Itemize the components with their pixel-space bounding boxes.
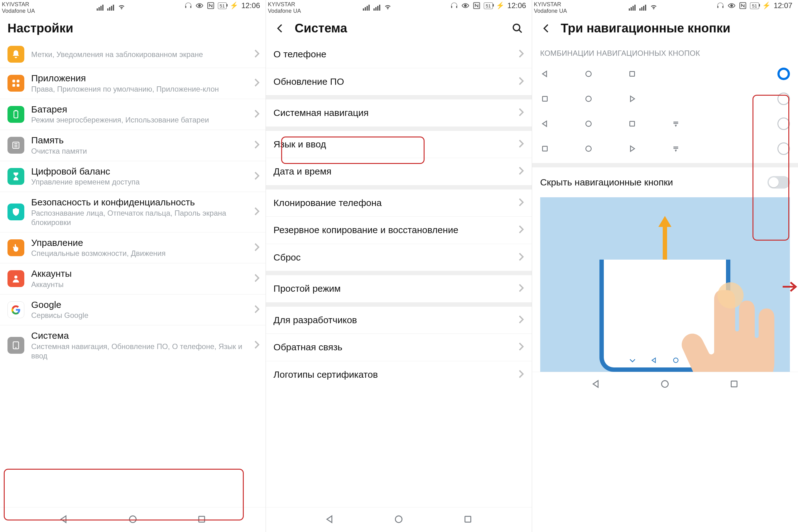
nav-combo-option[interactable]: [532, 86, 798, 111]
settings-row-notifications[interactable]: Метки, Уведомления на заблокированном эк…: [0, 41, 266, 68]
battery-icon: 51: [218, 2, 227, 9]
chevron-right-icon: [254, 140, 260, 150]
system-icon: [7, 337, 24, 354]
row-title: Цифровой баланс: [31, 166, 254, 177]
carrier-2: Vodafone UA: [2, 8, 35, 14]
chevron-right-icon: [254, 243, 260, 253]
system-row[interactable]: Системная навигация: [266, 99, 531, 127]
highlight-arrow: [782, 281, 798, 294]
system-nav-bar: [532, 372, 798, 397]
radio-button[interactable]: [777, 117, 790, 130]
radio-button[interactable]: [777, 142, 790, 155]
svg-rect-5: [13, 80, 15, 82]
nav-combo-option[interactable]: [532, 136, 798, 161]
nav-combo-option[interactable]: [532, 61, 798, 86]
wifi-icon: [384, 3, 392, 11]
chevron-right-icon: [518, 77, 524, 87]
search-button[interactable]: [511, 21, 524, 35]
system-row[interactable]: Для разработчиков: [266, 307, 531, 334]
row-title: Обратная связь: [273, 342, 518, 353]
nav-recent-icon[interactable]: [463, 514, 473, 526]
svg-point-3: [198, 4, 201, 7]
settings-row-accounts[interactable]: АккаунтыАккаунты: [0, 263, 266, 294]
gesture-illustration: [540, 197, 790, 372]
nav-back-icon[interactable]: [59, 514, 69, 526]
eye-icon: [195, 2, 204, 10]
battery-icon: 51: [750, 2, 759, 9]
hide-nav-toggle-row[interactable]: Скрыть навигационные кнопки: [532, 167, 798, 197]
settings-row-storage[interactable]: ПамятьОчистка памяти: [0, 130, 266, 161]
nav-combo-option[interactable]: [532, 111, 798, 136]
settings-row-battery[interactable]: БатареяРежим энергосбережения, Использов…: [0, 99, 266, 130]
toggle-switch[interactable]: [767, 176, 790, 189]
system-row[interactable]: Логотипы сертификатов: [266, 361, 531, 388]
nav-home-icon: [584, 119, 593, 128]
system-row[interactable]: Сброс: [266, 244, 531, 271]
system-row[interactable]: Обратная связь: [266, 334, 531, 361]
row-title: Google: [31, 300, 254, 310]
nav-home-icon[interactable]: [128, 514, 138, 526]
charging-icon: ⚡: [762, 2, 771, 10]
row-title: О телефоне: [273, 49, 518, 60]
row-title: Логотипы сертификатов: [273, 369, 518, 380]
system-row[interactable]: Дата и время: [266, 158, 531, 185]
back-button[interactable]: [273, 21, 287, 35]
nav-recent-icon[interactable]: [197, 514, 207, 526]
row-subtitle: Специальные возможности, Движения: [31, 249, 254, 258]
row-subtitle: Очистка памяти: [31, 147, 254, 156]
system-row[interactable]: Язык и ввод: [266, 131, 531, 158]
row-title: Память: [31, 135, 254, 146]
settings-row-accessibility[interactable]: УправлениеСпециальные возможности, Движе…: [0, 232, 266, 264]
system-row[interactable]: О телефоне: [266, 41, 531, 68]
chevron-right-icon: [518, 315, 524, 325]
chevron-right-icon: [254, 171, 260, 182]
nav-recent-icon[interactable]: [729, 379, 739, 390]
nav-back-icon[interactable]: [591, 379, 601, 390]
settings-row-apps[interactable]: ПриложенияПрава, Приложения по умолчанию…: [0, 68, 266, 99]
settings-row-digital-balance[interactable]: Цифровой балансУправление временем досту…: [0, 161, 266, 192]
bell-icon: [7, 46, 24, 63]
row-subtitle: Режим энергосбережения, Использование ба…: [31, 115, 254, 125]
screen-nav-buttons: KYIVSTARVodafone UA 51 ⚡ 12:07 Три навиг…: [532, 0, 798, 532]
notification-panel-icon: [671, 144, 681, 153]
row-title: Сброс: [273, 252, 518, 263]
svg-rect-6: [17, 80, 20, 82]
chevron-right-icon: [518, 49, 524, 59]
radio-button[interactable]: [777, 68, 790, 80]
clock: 12:07: [774, 1, 792, 10]
title-bar: Система: [266, 17, 531, 41]
chevron-right-icon: [518, 198, 524, 208]
chevron-right-icon: [518, 167, 524, 176]
chevron-right-icon: [254, 305, 260, 315]
row-title: Резервное копирование и восстановление: [273, 225, 518, 235]
row-subtitle: Управление временем доступа: [31, 177, 254, 187]
nav-home-icon[interactable]: [660, 379, 670, 390]
nav-recent-icon: [627, 119, 637, 128]
storage-icon: [7, 137, 24, 154]
settings-row-google[interactable]: GoogleСервисы Google: [0, 294, 266, 326]
settings-row-system[interactable]: СистемаСистемная навигация, Обновление П…: [0, 325, 266, 365]
chevron-right-icon: [518, 369, 524, 380]
svg-point-15: [464, 4, 467, 7]
svg-point-17: [730, 4, 733, 7]
row-subtitle: Права, Приложения по умолчанию, Приложен…: [31, 84, 254, 94]
chevron-down-icon: [629, 357, 635, 364]
nav-home-icon: [584, 94, 593, 103]
row-title: Безопасность и конфиденциальность: [31, 197, 254, 208]
user-icon: [7, 270, 24, 287]
row-title: Простой режим: [273, 283, 518, 294]
settings-row-security[interactable]: Безопасность и конфиденциальностьРаспозн…: [0, 192, 266, 232]
system-row[interactable]: Клонирование телефона: [266, 189, 531, 217]
chevron-right-icon: [518, 252, 524, 262]
back-button[interactable]: [539, 21, 553, 35]
row-title: Для разработчиков: [273, 315, 518, 326]
radio-button[interactable]: [777, 93, 790, 105]
battery-icon: 51: [484, 2, 493, 9]
system-row[interactable]: Простой режим: [266, 275, 531, 302]
nav-back-icon[interactable]: [325, 514, 335, 526]
system-nav-bar: [0, 507, 266, 532]
system-nav-bar: [266, 507, 531, 532]
nav-home-icon[interactable]: [394, 514, 404, 526]
system-row[interactable]: Обновление ПО: [266, 68, 531, 95]
system-row[interactable]: Резервное копирование и восстановление: [266, 216, 531, 244]
